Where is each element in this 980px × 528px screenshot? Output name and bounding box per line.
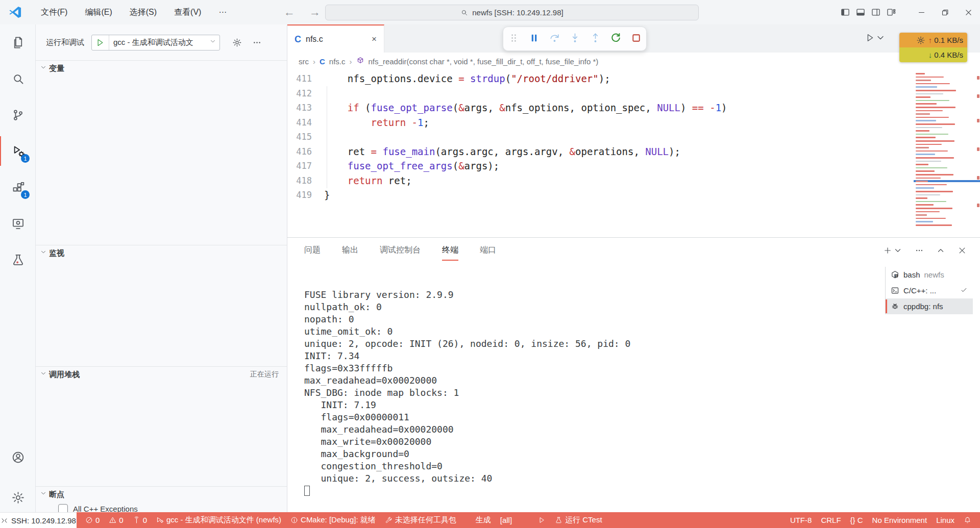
panel-tab-输出[interactable]: 输出 (342, 245, 358, 261)
check-icon (960, 286, 968, 294)
activity-item-source-control[interactable] (0, 100, 36, 130)
section-label: 监视 (49, 248, 64, 258)
nav-forward-icon[interactable]: → (309, 6, 321, 19)
status-item-left-4-CMake-Debug-就绪[interactable]: CMake: [Debug]: 就绪 (286, 515, 380, 525)
more-actions-icon[interactable] (252, 38, 262, 47)
section-header-callstack[interactable]: 调用堆栈正在运行 (36, 367, 287, 382)
start-debug-button[interactable] (92, 35, 109, 50)
panel-tab-终端[interactable]: 终端 (442, 245, 458, 261)
chevron-down-icon[interactable] (875, 33, 886, 43)
toggle-panel-icon[interactable] (855, 7, 866, 17)
activity-item-settings[interactable] (0, 483, 36, 512)
status-item-left-3-gcc-生成和调试活动文件-newfs-[interactable]: gcc - 生成和调试活动文件 (newfs) (152, 515, 286, 525)
activity-item-search[interactable] (0, 64, 36, 93)
activity-item-account[interactable] (0, 442, 36, 472)
minimap[interactable] (914, 70, 980, 237)
terminal-list-item-cppdbg-nfs[interactable]: cppdbg: nfs (886, 298, 973, 314)
chevron-down-icon (40, 64, 47, 71)
breadcrumbs[interactable]: src›Cnfs.c›nfs_readdir(const char *, voi… (287, 53, 980, 70)
status-item-label: 0 (95, 516, 100, 524)
panel-tab-端口[interactable]: 端口 (480, 245, 496, 261)
remote-indicator[interactable]: SSH: 10.249.12.98 (0, 512, 77, 528)
flask-icon (11, 253, 25, 267)
menu-item-0[interactable]: 文件(F) (34, 5, 75, 20)
line-number: 412 (287, 86, 312, 101)
restart-button[interactable] (610, 32, 622, 46)
step-out-button[interactable] (590, 32, 601, 46)
status-item-right-0-UTF-8[interactable]: UTF-8 (786, 516, 817, 524)
terminal-list-item-C-C-[interactable]: C/C++: ... (886, 283, 973, 298)
close-button[interactable] (957, 0, 980, 24)
status-item-left-0-0[interactable]: 0 (81, 516, 104, 524)
tab-close-icon[interactable]: × (372, 34, 377, 44)
bottom-panel: 问题输出调试控制台终端端口 FUSE library version: 2.9.… (287, 237, 980, 512)
section-header-variables[interactable]: 变量 (36, 61, 287, 76)
step-out-icon (590, 32, 601, 44)
activity-item-run-debug[interactable]: 1 (0, 136, 36, 166)
nav-back-icon[interactable]: ← (284, 6, 295, 19)
menu-item-2[interactable]: 选择(S) (122, 5, 164, 20)
pause-button[interactable] (528, 32, 540, 46)
menu-item-3[interactable]: 查看(V) (167, 5, 208, 20)
line-number: 411 (287, 71, 312, 86)
menu-item-4[interactable]: ··· (211, 5, 234, 19)
status-item-left-8[interactable] (517, 516, 533, 524)
command-center-search[interactable]: newfs [SSH: 10.249.12.98] (325, 5, 699, 20)
chevron-down-icon (40, 490, 47, 497)
status-item-right-5[interactable] (959, 516, 976, 524)
symbol-method-icon (356, 57, 364, 65)
restore-button[interactable] (933, 0, 957, 24)
customize-layout-icon[interactable] (886, 7, 896, 17)
grip-button[interactable] (508, 32, 520, 46)
ports-icon (133, 516, 140, 524)
code-editor[interactable]: 411 nfs_options.device = strdup("/root/d… (287, 70, 980, 237)
toggle-secondary-sidebar-icon[interactable] (871, 7, 881, 17)
panel-tab-调试控制台[interactable]: 调试控制台 (380, 245, 421, 261)
menu-item-1[interactable]: 编辑(E) (78, 5, 119, 20)
toggle-sidebar-icon[interactable] (840, 7, 850, 17)
breadcrumb-item-1[interactable]: nfs.c (329, 57, 346, 66)
code-line-415: 415 (287, 130, 727, 144)
status-item-left-1-0[interactable]: 0 (104, 516, 128, 524)
status-item-left-2-0[interactable]: 0 (128, 516, 152, 524)
panel-more-actions-icon[interactable] (915, 246, 924, 255)
minimize-button[interactable] (910, 0, 933, 24)
status-item-right-2--C[interactable]: {} C (846, 516, 868, 524)
status-item-left-10-运行-CTest[interactable]: 运行 CTest (550, 515, 607, 525)
activity-item-remote-explorer[interactable] (0, 209, 36, 238)
status-item-left-7--all-[interactable]: [all] (496, 516, 517, 524)
activity-item-testing[interactable] (0, 245, 36, 274)
activity-item-explorer[interactable] (0, 28, 36, 57)
bug-icon (521, 516, 529, 524)
status-item-right-4-Linux[interactable]: Linux (932, 516, 959, 524)
maximize-panel-icon[interactable] (936, 246, 945, 255)
stop-button[interactable] (630, 32, 642, 46)
terminal-list-item-bash[interactable]: $bashnewfs (886, 267, 973, 283)
status-item-left-6-生成[interactable]: 生成 (461, 515, 496, 525)
status-item-left-5-未选择任何工具包[interactable]: 未选择任何工具包 (380, 515, 461, 525)
breadcrumb-item-0[interactable]: src (299, 57, 309, 66)
section-label: 调用堆栈 (49, 370, 80, 380)
activity-item-extensions[interactable]: 1 (0, 172, 36, 202)
error-icon (85, 516, 93, 524)
terminal-output[interactable]: FUSE library version: 2.9.9nullpath_ok: … (304, 289, 630, 497)
breadcrumb-item-2[interactable]: nfs_readdir(const char *, void *, fuse_f… (369, 57, 599, 66)
close-panel-icon[interactable] (958, 246, 967, 255)
tab-nfs.c[interactable]: C nfs.c × (287, 24, 384, 53)
step-into-button[interactable] (569, 32, 581, 46)
run-debug-title: 运行和调试 (46, 38, 84, 47)
run-or-debug-icon[interactable] (865, 33, 875, 43)
status-item-right-1-CRLF[interactable]: CRLF (816, 516, 845, 524)
section-header-breakpoints[interactable]: 断点 (36, 487, 287, 502)
section-variables: 变量 (36, 60, 287, 245)
debug-settings-gear-icon[interactable] (232, 38, 242, 47)
status-item-left-9[interactable] (533, 516, 550, 524)
terminal-line: unique: 2, success, outsize: 40 (304, 472, 630, 485)
debug-config-dropdown[interactable]: gcc - 生成和调试活动文 (91, 35, 220, 51)
new-terminal-button[interactable] (883, 246, 902, 255)
status-item-right-3-No-Environment[interactable]: No Environment (868, 516, 932, 524)
terminal-list: $bashnewfsC/C++: ...cppdbg: nfs (885, 267, 973, 314)
step-over-button[interactable] (549, 32, 560, 46)
panel-tab-问题[interactable]: 问题 (304, 245, 321, 261)
section-header-watch[interactable]: 监视 (36, 245, 287, 261)
